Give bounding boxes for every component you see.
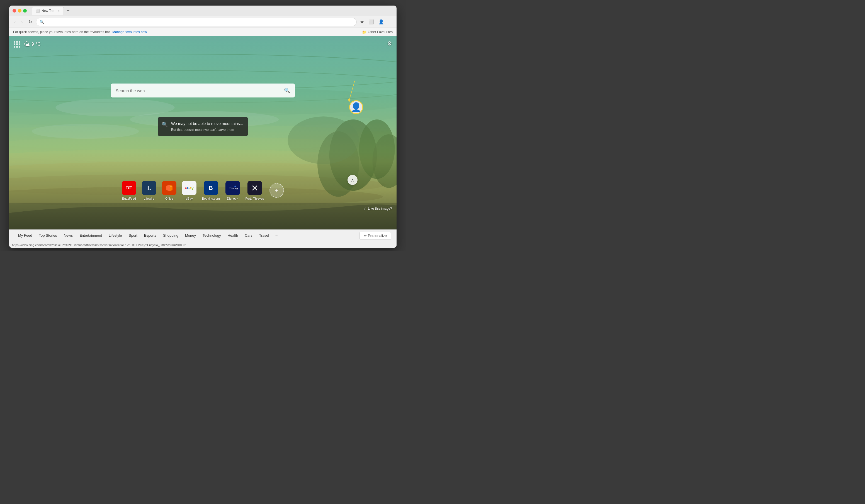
nav-right-controls: ★ ⬜ 👤 ··· — [359, 18, 393, 26]
back-button[interactable]: ‹ — [13, 19, 17, 26]
weather-icon: 🌤 — [24, 40, 30, 48]
booking-label: Booking.com — [202, 197, 220, 200]
quote-main-text: We may not be able to move mountains... — [171, 121, 243, 127]
nav-item-health[interactable]: Health — [224, 230, 242, 242]
title-bar: ⬜ New Tab × + — [9, 5, 396, 16]
profile-button[interactable]: 👤 — [377, 18, 385, 26]
grid-dot — [14, 41, 15, 43]
disney-logo-svg: Disney + — [228, 183, 238, 193]
lifewire-icon: L — [142, 181, 156, 195]
nav-item-technology[interactable]: Technology — [199, 230, 224, 242]
other-favourites-label: Other Favourites — [368, 30, 393, 34]
chevron-up-icon: ∧ — [351, 177, 354, 183]
nav-item-money[interactable]: Money — [182, 230, 199, 242]
temperature-value: 9 — [32, 42, 34, 47]
profile-avatar[interactable]: 👤 — [349, 100, 363, 114]
office-label: Office — [165, 197, 173, 200]
svg-point-8 — [9, 149, 392, 173]
minimize-window-button[interactable] — [18, 9, 22, 13]
nav-item-cars[interactable]: Cars — [241, 230, 255, 242]
nav-item-sport[interactable]: Sport — [125, 230, 141, 242]
quick-link-disney[interactable]: Disney + Disney+ — [226, 181, 240, 200]
quick-link-ebay[interactable]: eBay eBay — [182, 181, 196, 200]
svg-point-12 — [56, 98, 174, 116]
temperature-unit: °C — [36, 42, 41, 47]
ebay-icon: eBay — [182, 181, 196, 195]
quick-link-buzzfeed[interactable]: BF BuzzFeed — [122, 181, 136, 200]
nav-item-lifestyle[interactable]: Lifestyle — [105, 230, 125, 242]
traffic-lights — [13, 9, 27, 13]
fortythieves-logo-svg — [250, 183, 260, 193]
avatar-icon: 👤 — [350, 102, 362, 113]
grid-dot — [14, 46, 15, 48]
disney-label: Disney+ — [227, 197, 238, 200]
nav-item-topstories[interactable]: Top Stories — [36, 230, 60, 242]
buzzfeed-icon: BF — [122, 181, 136, 195]
manage-favourites-link[interactable]: Manage favourites now — [112, 30, 147, 34]
like-image[interactable]: ⤢ Like this image? — [364, 207, 392, 211]
grid-dot — [19, 44, 20, 45]
quick-link-lifewire[interactable]: L Lifewire — [142, 181, 156, 200]
new-tab-button[interactable]: + — [65, 8, 71, 14]
lifewire-label: Lifewire — [144, 197, 154, 200]
maximize-window-button[interactable] — [23, 9, 27, 13]
svg-point-19 — [288, 116, 359, 164]
svg-point-17 — [318, 131, 359, 197]
other-favourites[interactable]: 📁 Other Favourites — [362, 30, 393, 34]
booking-icon-text: B — [209, 185, 213, 191]
tab-new-tab[interactable]: ⬜ New Tab × — [32, 7, 64, 15]
tab-area: ⬜ New Tab × + — [32, 7, 71, 15]
personalize-button[interactable]: ✏ Personalize — [359, 232, 391, 240]
page-settings-button[interactable]: ⚙ — [387, 40, 392, 47]
search-input[interactable] — [116, 88, 281, 93]
quote-sub-text: But that doesn't mean we can't carve the… — [171, 127, 243, 132]
svg-point-14 — [32, 124, 139, 139]
favbar-message: For quick access, place your favourites … — [13, 30, 111, 34]
svg-rect-26 — [170, 189, 172, 189]
grid-dot — [19, 41, 20, 43]
booking-icon: B — [204, 181, 218, 195]
svg-rect-25 — [170, 188, 172, 188]
lifewire-icon-text: L — [147, 184, 151, 191]
nav-item-myfeed[interactable]: My Feed — [15, 230, 36, 242]
grid-dot — [14, 44, 15, 45]
nav-item-news[interactable]: News — [60, 230, 76, 242]
nav-bar: ‹ › ↻ 🔍 ★ ⬜ 👤 ··· — [9, 16, 396, 28]
search-submit-icon[interactable]: 🔍 — [284, 87, 290, 94]
scroll-up-button[interactable]: ∧ — [347, 175, 358, 185]
quick-link-booking[interactable]: B Booking.com — [202, 181, 220, 200]
refresh-button[interactable]: ↻ — [27, 18, 34, 26]
like-image-label: Like this image? — [368, 207, 392, 211]
apps-grid-button[interactable] — [14, 41, 20, 48]
address-input[interactable] — [46, 20, 353, 24]
quote-card: 🔍 We may not be able to move mountains..… — [158, 117, 248, 136]
fortythieves-icon — [247, 181, 262, 195]
search-container: 🔍 — [111, 83, 295, 97]
more-nav-items-button[interactable]: ··· — [272, 233, 280, 238]
favorites-icon[interactable]: ★ — [359, 18, 365, 26]
tab-close-button[interactable]: × — [58, 9, 59, 13]
office-logo-svg — [164, 183, 174, 193]
quote-content: We may not be able to move mountains... … — [171, 121, 243, 132]
close-window-button[interactable] — [13, 9, 16, 13]
nav-item-shopping[interactable]: Shopping — [160, 230, 182, 242]
svg-rect-20 — [9, 203, 396, 230]
fortythieves-label: Forty Thieves — [245, 197, 264, 200]
search-box[interactable]: 🔍 — [111, 83, 295, 97]
quick-links: BF BuzzFeed L Lifewire — [122, 181, 284, 200]
profile-indicator: 👤 — [349, 100, 363, 114]
address-bar[interactable]: 🔍 — [36, 18, 357, 26]
buzzfeed-label: BuzzFeed — [122, 197, 136, 200]
add-icon: + — [269, 183, 284, 198]
folder-icon: 📁 — [362, 30, 367, 34]
weather-widget[interactable]: 🌤 9 °C — [24, 40, 41, 48]
add-quick-link[interactable]: + — [269, 183, 284, 198]
nav-item-entertainment[interactable]: Entertainment — [76, 230, 105, 242]
settings-menu-button[interactable]: ··· — [387, 19, 393, 26]
quick-link-office[interactable]: Office — [162, 181, 176, 200]
nav-item-travel[interactable]: Travel — [256, 230, 273, 242]
forward-button[interactable]: › — [20, 19, 24, 26]
collections-icon[interactable]: ⬜ — [367, 18, 375, 26]
nav-item-esports[interactable]: Esports — [141, 230, 160, 242]
quick-link-fortythieves[interactable]: Forty Thieves — [245, 181, 264, 200]
